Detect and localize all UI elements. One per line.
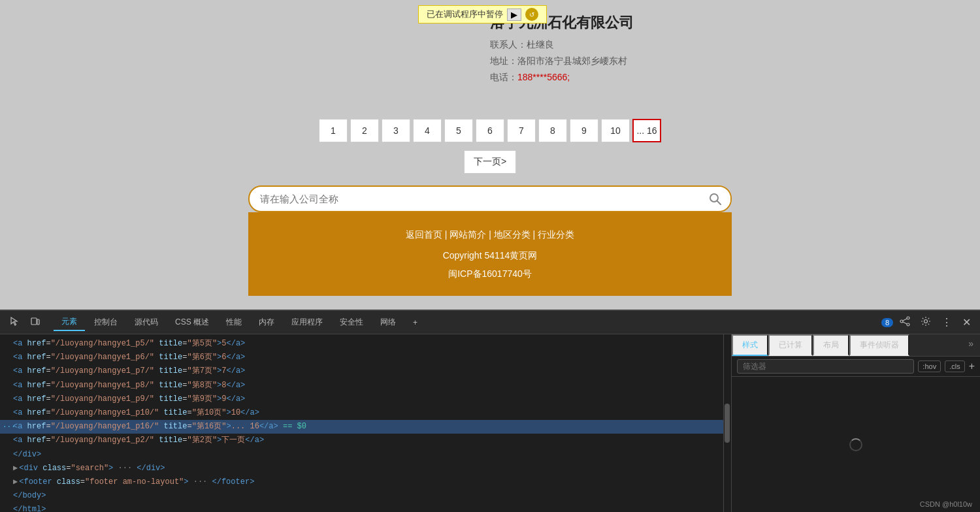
add-style-button[interactable]: + (969, 360, 975, 372)
footer-link-intro[interactable]: 网站简介 (449, 229, 486, 240)
code-line: <a href="/luoyang/hangye1_p2/" title="第2… (0, 434, 723, 447)
contact-name: 杜继良 (527, 39, 554, 50)
search-button[interactable] (699, 187, 730, 210)
tab-console[interactable]: 控制台 (86, 313, 125, 331)
device-icon (30, 316, 41, 327)
company-address: 地址：洛阳市洛宁县城郊乡崾东村 (490, 53, 973, 69)
styles-tab-listeners[interactable]: 事件侦听器 (849, 334, 909, 356)
code-panel[interactable]: <a href="/luoyang/hangye1_p5/" title="第5… (0, 334, 724, 512)
page-btn-16[interactable]: ... 16 (632, 119, 661, 142)
devtools-right: 8 ⋮ ✕ (881, 313, 975, 332)
styles-tab-computed[interactable]: 已计算 (768, 334, 813, 356)
devtools-tabs: 元素 控制台 源代码 CSS 概述 性能 内存 应用程序 安全性 网络 + (54, 313, 425, 331)
share-icon (900, 316, 910, 327)
tab-css[interactable]: CSS 概述 (167, 313, 217, 331)
code-line: <a href="/luoyang/hangye1_p9/" title="第9… (0, 392, 723, 406)
code-line-footer: ▶ <footer class="footer am-no-layout"> ·… (0, 475, 723, 489)
svg-line-1 (717, 201, 721, 204)
footer-copyright: Copyright 54114黄页网 (255, 246, 725, 264)
more-options-button[interactable]: ⋮ (938, 313, 956, 331)
code-line: </html> (0, 503, 723, 512)
styles-panel: 样式 已计算 布局 事件侦听器 » :hov .cls + (732, 334, 980, 512)
footer-link-region[interactable]: 地区分类 (494, 229, 531, 240)
expand-icon[interactable]: ▶ (13, 462, 18, 475)
styles-tabs: 样式 已计算 布局 事件侦听器 » (732, 334, 980, 357)
cursor-icon (9, 316, 20, 327)
styles-tab-more[interactable]: » (962, 334, 980, 356)
page-btn-6[interactable]: 6 (476, 119, 504, 142)
page-btn-7[interactable]: 7 (507, 119, 536, 142)
page-btn-5[interactable]: 5 (444, 119, 473, 142)
settings-icon (921, 316, 931, 327)
page-btn-1[interactable]: 1 (319, 119, 348, 142)
devtools-device-button[interactable] (26, 313, 44, 332)
code-line: <a href="/luoyang/hangye1_p10/" title="第… (0, 406, 723, 420)
tab-memory[interactable]: 内存 (251, 313, 282, 331)
debug-play-button[interactable]: ▶ (507, 8, 521, 21)
svg-point-6 (907, 323, 909, 326)
svg-rect-2 (31, 318, 37, 325)
debug-text: 已在调试程序中暂停 (427, 8, 503, 20)
tab-network[interactable]: 网络 (372, 313, 404, 331)
footer-link-home[interactable]: 返回首页 (406, 229, 442, 240)
svg-point-9 (924, 319, 928, 323)
cls-button[interactable]: .cls (945, 360, 965, 372)
code-line: <a href="/luoyang/hangye1_p6/" title="第6… (0, 351, 723, 364)
share-button[interactable] (896, 313, 914, 332)
debug-bar: 已在调试程序中暂停 ▶ ↺ (418, 5, 547, 24)
tab-security[interactable]: 安全性 (332, 313, 371, 331)
search-area (248, 185, 732, 212)
code-scrollbar[interactable] (724, 334, 732, 512)
devtools-body: <a href="/luoyang/hangye1_p5/" title="第5… (0, 334, 980, 512)
code-line: <a href="/luoyang/hangye1_p7/" title="第7… (0, 364, 723, 378)
pagination-container: 1 2 3 4 5 6 7 8 9 10 ... 16 下一页> (248, 106, 732, 174)
page-btn-4[interactable]: 4 (413, 119, 442, 142)
code-line: </body> (0, 489, 723, 503)
pagination: 1 2 3 4 5 6 7 8 9 10 ... 16 (319, 119, 661, 142)
svg-line-8 (903, 322, 907, 324)
company-contact: 联系人：杜继良 (490, 37, 973, 53)
tab-application[interactable]: 应用程序 (284, 313, 331, 331)
page-btn-3[interactable]: 3 (382, 119, 410, 142)
search-icon (708, 192, 721, 205)
footer-link-industry[interactable]: 行业分类 (538, 229, 574, 240)
svg-point-5 (900, 320, 903, 323)
next-page-button[interactable]: 下一页> (464, 150, 516, 174)
close-devtools-button[interactable]: ✕ (958, 313, 975, 331)
tab-more[interactable]: + (405, 313, 425, 331)
tab-performance[interactable]: 性能 (218, 313, 250, 331)
svg-point-4 (907, 317, 909, 319)
code-line: <a href="/luoyang/hangye1_p5/" title="第5… (0, 337, 723, 351)
page-btn-2[interactable]: 2 (350, 119, 379, 142)
watermark: CSDN @h0l10w (920, 500, 972, 508)
filter-bar: :hov .cls + (732, 357, 980, 377)
styles-content (732, 377, 980, 512)
address-label: 地址： (490, 56, 517, 66)
tab-elements[interactable]: 元素 (54, 313, 85, 331)
play-icon: ▶ (511, 10, 517, 20)
step-icon: ↺ (529, 11, 534, 18)
footer-sep-2: | (489, 229, 494, 240)
filter-input[interactable] (737, 359, 914, 374)
tab-source[interactable]: 源代码 (127, 313, 166, 331)
svg-rect-3 (37, 319, 39, 325)
page-btn-8[interactable]: 8 (538, 119, 567, 142)
expand-icon-footer[interactable]: ▶ (13, 476, 18, 488)
company-card: 洛宁九洲石化有限公司 联系人：杜继良 地址：洛阳市洛宁县城郊乡崾东村 电话：18… (490, 7, 973, 93)
hov-button[interactable]: :hov (918, 360, 941, 372)
page-btn-10[interactable]: 10 (601, 119, 630, 142)
settings-button[interactable] (917, 313, 935, 332)
page-btn-9[interactable]: 9 (570, 119, 598, 142)
devtools-inspect-button[interactable] (5, 313, 24, 332)
debug-step-button[interactable]: ↺ (525, 8, 538, 21)
code-line: </div> (0, 448, 723, 462)
code-scrollbar-thumb (725, 404, 730, 443)
styles-tab-styles[interactable]: 样式 (732, 334, 768, 356)
styles-tab-layout[interactable]: 布局 (813, 334, 849, 356)
loading-spinner (849, 438, 862, 451)
company-phone: 电话：188****5666; (490, 69, 973, 86)
footer-links: 返回首页 | 网站简介 | 地区分类 | 行业分类 (255, 225, 725, 244)
badge-count: 8 (881, 318, 893, 327)
phone-label: 电话： (490, 72, 517, 82)
search-input[interactable] (250, 187, 699, 211)
